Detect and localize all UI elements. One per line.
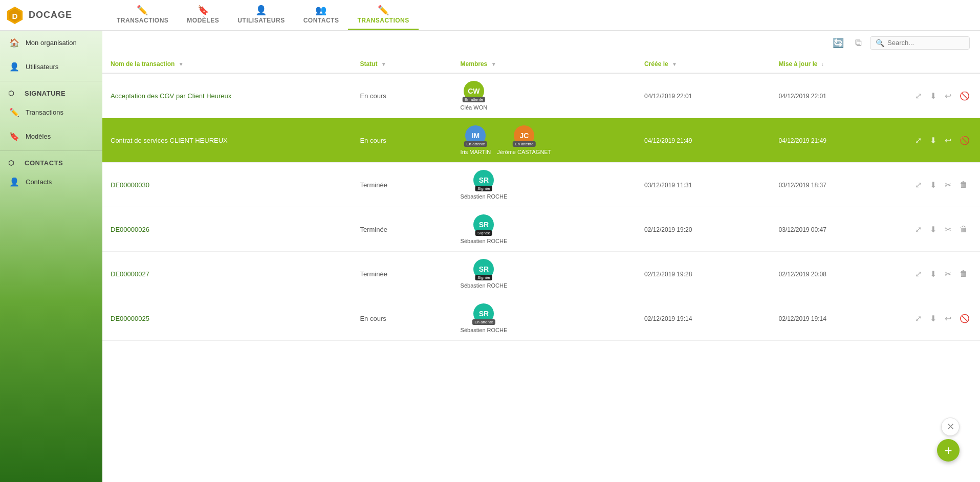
table-row: DE00000026TerminéeSRSignéeSébastien ROCH…: [102, 207, 980, 252]
search-icon: 🔍: [876, 39, 884, 47]
cancel-action-button[interactable]: 🚫: [957, 90, 972, 102]
sidebar-divider-2: [0, 150, 102, 151]
member-name: Jérôme CASTAGNET: [497, 149, 551, 155]
download-action-button[interactable]: ⬇: [928, 223, 939, 236]
search-input[interactable]: [887, 39, 964, 47]
sidebar-item-mon-organisation[interactable]: 🏠 Mon organisation: [0, 31, 102, 55]
member-status-badge: Signée: [475, 275, 492, 280]
col-header-created[interactable]: Créée le ▼: [636, 55, 771, 73]
expand-action-button[interactable]: ⤢: [913, 90, 924, 102]
transaction-name[interactable]: DE00000030: [111, 181, 149, 189]
close-button[interactable]: ✕: [941, 418, 960, 436]
created-date: 02/12/2019 19:20: [644, 226, 692, 233]
cancel-action-button[interactable]: 🚫: [957, 134, 972, 147]
copy-button[interactable]: ⧉: [852, 35, 865, 50]
action-cell: ⤢⬇↩🚫: [913, 134, 972, 147]
updated-date: 04/12/2019 21:49: [778, 137, 826, 144]
member-wrap: SRSignéeSébastien ROCHE: [461, 214, 508, 244]
expand-action-button[interactable]: ⤢: [913, 312, 924, 325]
transaction-name[interactable]: DE00000026: [111, 226, 149, 233]
refresh-button[interactable]: 🔄: [830, 35, 847, 51]
transaction-name[interactable]: Contrat de services CLIENT HEUREUX: [111, 137, 228, 144]
member-name: Sébastien ROCHE: [461, 238, 508, 244]
member-wrap: SRSignéeSébastien ROCHE: [461, 259, 508, 289]
member-wrap: SRSignéeSébastien ROCHE: [461, 170, 508, 200]
avatar-wrap: IMEn attente: [465, 125, 486, 146]
action-cell: ⤢⬇↩🚫: [913, 312, 972, 325]
signature-section-icon: ⬡: [8, 90, 20, 97]
top-menu-contacts[interactable]: 👥 CONTACTS: [294, 0, 349, 30]
table-row: DE00000027TerminéeSRSignéeSébastien ROCH…: [102, 252, 980, 296]
created-date: 03/12/2019 11:31: [644, 182, 692, 189]
download-action-button[interactable]: ⬇: [928, 90, 939, 102]
sidebar-item-contacts[interactable]: 👤 Contacts: [0, 170, 102, 194]
table-header: Nom de la transaction ▼ Statut ▼ Membres…: [102, 55, 980, 73]
member-name: Cléa WON: [461, 104, 488, 111]
member-status-badge: En attente: [513, 141, 535, 147]
transaction-name[interactable]: DE00000025: [111, 315, 149, 322]
status-badge: En cours: [360, 137, 386, 144]
sidebar-section-contacts: ⬡ CONTACTS: [0, 153, 102, 170]
bookmark-icon: 🔖: [198, 5, 209, 16]
undo-action-button[interactable]: ↩: [943, 134, 953, 147]
sidebar-item-transactions[interactable]: ✏️ Transactions: [0, 100, 102, 124]
sidebar-item-utilisateurs[interactable]: 👤 Utilisateurs: [0, 55, 102, 79]
download-action-button[interactable]: ⬇: [928, 179, 939, 191]
member-name: Sébastien ROCHE: [461, 193, 508, 200]
transaction-name[interactable]: DE00000027: [111, 270, 149, 278]
expand-action-button[interactable]: ⤢: [913, 268, 924, 280]
col-header-transaction[interactable]: Nom de la transaction ▼: [102, 55, 352, 73]
member-name: Sébastien ROCHE: [461, 327, 508, 333]
created-date: 04/12/2019 22:01: [644, 93, 692, 100]
sidebar-content: 🏠 Mon organisation 👤 Utilisateurs ⬡ SIGN…: [0, 31, 102, 194]
download-action-button[interactable]: ⬇: [928, 268, 939, 280]
members-cell: SREn attenteSébastien ROCHE: [461, 303, 628, 333]
delete-action-button[interactable]: 🗑: [957, 179, 970, 191]
delete-action-button[interactable]: 🗑: [957, 268, 970, 280]
sidebar-divider-1: [0, 81, 102, 81]
scissors-action-button[interactable]: ✂: [943, 268, 953, 280]
delete-action-button[interactable]: 🗑: [957, 223, 970, 235]
undo-action-button[interactable]: ↩: [943, 312, 953, 325]
app-name: DOCAGE: [29, 10, 72, 20]
expand-action-button[interactable]: ⤢: [913, 134, 924, 147]
expand-action-button[interactable]: ⤢: [913, 179, 924, 191]
logo-icon: D: [5, 6, 25, 25]
add-transaction-button[interactable]: +: [937, 439, 960, 462]
person-icon: 👤: [8, 62, 20, 72]
avatar-wrap: SRSignée: [473, 214, 494, 235]
undo-action-button[interactable]: ↩: [943, 90, 953, 102]
created-date: 02/12/2019 19:28: [644, 271, 692, 278]
member-wrap: CWEn attenteCléa WON: [461, 81, 488, 111]
sort-icon-transaction: ▼: [179, 61, 184, 67]
user-icon: 👤: [255, 5, 267, 16]
col-header-members[interactable]: Membres ▼: [452, 55, 636, 73]
sort-icon-created: ▼: [672, 61, 677, 67]
download-action-button[interactable]: ⬇: [928, 312, 939, 325]
content-area: 🔄 ⧉ 🔍 Nom de la transaction ▼ Statut: [102, 31, 980, 482]
action-cell: ⤢⬇✂🗑: [913, 223, 972, 236]
top-menu-transactions1[interactable]: ✏️ TRANSACTIONS: [107, 0, 178, 30]
action-cell: ⤢⬇✂🗑: [913, 268, 972, 280]
modeles-nav-icon: 🔖: [8, 132, 20, 141]
sort-icon-updated: ↓: [821, 61, 824, 67]
sidebar-item-modeles[interactable]: 🔖 Modèles: [0, 124, 102, 148]
top-menu-modeles[interactable]: 🔖 MODÈLES: [178, 0, 228, 30]
top-menu: ✏️ TRANSACTIONS 🔖 MODÈLES 👤 UTILISATEURS…: [107, 0, 980, 30]
expand-action-button[interactable]: ⤢: [913, 223, 924, 236]
members-cell: SRSignéeSébastien ROCHE: [461, 170, 628, 200]
col-header-updated[interactable]: Mise à jour le ↓: [770, 55, 905, 73]
action-cell: ⤢⬇✂🗑: [913, 179, 972, 191]
col-header-status[interactable]: Statut ▼: [352, 55, 452, 73]
top-menu-transactions2[interactable]: ✏️ TRANSACTIONS: [348, 0, 418, 30]
member-wrap: JCEn attenteJérôme CASTAGNET: [497, 125, 551, 155]
download-action-button[interactable]: ⬇: [928, 134, 939, 147]
table-row: Acceptation des CGV par Client HeureuxEn…: [102, 73, 980, 118]
cancel-action-button[interactable]: 🚫: [957, 312, 972, 325]
scissors-action-button[interactable]: ✂: [943, 179, 953, 191]
scissors-action-button[interactable]: ✂: [943, 223, 953, 236]
status-badge: Terminée: [360, 226, 387, 233]
transaction-name[interactable]: Acceptation des CGV par Client Heureux: [111, 92, 231, 100]
top-menu-utilisateurs[interactable]: 👤 UTILISATEURS: [228, 0, 294, 30]
home-icon: 🏠: [8, 38, 20, 48]
